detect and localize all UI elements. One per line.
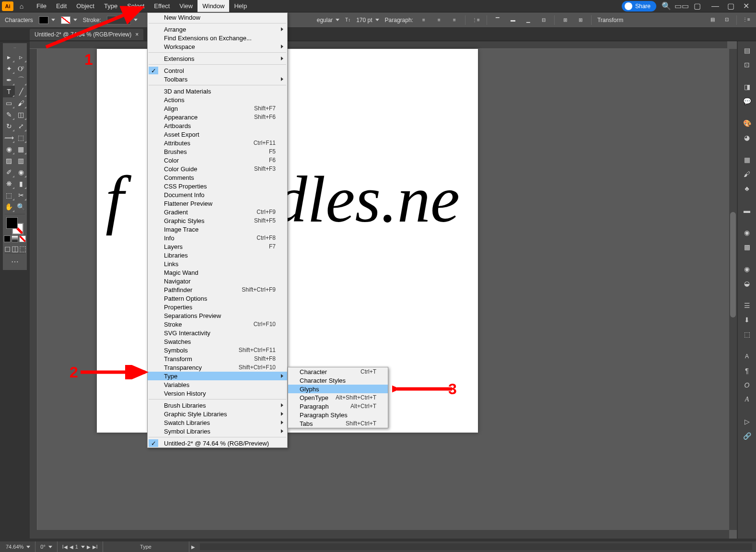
- menu-item-document-info[interactable]: Document Info: [148, 190, 287, 199]
- menu-item-transparency[interactable]: TransparencyShift+Ctrl+F10: [148, 363, 287, 372]
- menu-item-symbols[interactable]: SymbolsShift+Ctrl+F11: [148, 346, 287, 354]
- artboard-tool[interactable]: ⬚: [3, 189, 15, 201]
- menu-item-appearance[interactable]: AppearanceShift+F6: [148, 113, 287, 121]
- menu-item-graphic-styles[interactable]: Graphic StylesShift+F5: [148, 216, 287, 225]
- menu-item-pattern-options[interactable]: Pattern Options: [148, 294, 287, 303]
- menu-item-color-guide[interactable]: Color GuideShift+F3: [148, 164, 287, 173]
- scrollbar-vertical[interactable]: [729, 49, 737, 530]
- menu-item-swatch-libraries[interactable]: Swatch Libraries: [148, 418, 287, 427]
- color-mode-solid[interactable]: [4, 235, 11, 242]
- distribute-h-icon[interactable]: ⊞: [560, 16, 570, 24]
- eraser-tool[interactable]: ◫: [15, 109, 27, 120]
- submenu-item-character[interactable]: CharacterCtrl+T: [288, 367, 388, 376]
- rectangle-tool[interactable]: ▭: [3, 97, 15, 109]
- panel-character[interactable]: A: [740, 350, 754, 363]
- edit-inside-icon[interactable]: ⊡: [722, 15, 732, 24]
- draw-normal[interactable]: ◻: [4, 245, 11, 252]
- submenu-item-tabs[interactable]: TabsShift+Ctrl+T: [288, 419, 388, 428]
- pen-tool[interactable]: ✒: [3, 74, 15, 86]
- panel-glyphs[interactable]: A: [740, 393, 754, 406]
- menu-item-gradient[interactable]: GradientCtrl+F9: [148, 208, 287, 216]
- search-icon[interactable]: 🔍: [661, 1, 672, 12]
- submenu-item-glyphs[interactable]: Glyphs: [288, 385, 388, 393]
- menu-item-info[interactable]: InfoCtrl+F8: [148, 234, 287, 242]
- gradient-tool[interactable]: ▥: [15, 155, 27, 166]
- canvas-text-left[interactable]: f: [105, 161, 124, 237]
- home-icon[interactable]: ⌂: [16, 1, 27, 12]
- menu-help[interactable]: Help: [229, 0, 252, 12]
- menu-item-stroke[interactable]: StrokeCtrl+F10: [148, 320, 287, 329]
- panel-gradient[interactable]: ◉: [740, 226, 754, 239]
- menu-item-actions[interactable]: Actions: [148, 95, 287, 104]
- panel-stroke[interactable]: ▬: [740, 204, 754, 217]
- zoom-tool[interactable]: 🔍: [15, 201, 27, 212]
- panel-comments[interactable]: 💬: [740, 95, 754, 107]
- panel-actions[interactable]: ▷: [740, 415, 754, 428]
- rotate-view[interactable]: 0°: [35, 541, 58, 552]
- align-right-icon[interactable]: ≡: [450, 16, 459, 24]
- submenu-item-opentype[interactable]: OpenTypeAlt+Shift+Ctrl+T: [288, 393, 388, 402]
- panel-opentype[interactable]: O: [740, 379, 754, 391]
- free-transform-tool[interactable]: ⬚: [15, 132, 27, 143]
- distribute-v-icon[interactable]: ⊟: [539, 16, 548, 24]
- menu-window[interactable]: Window: [198, 0, 229, 12]
- menu-item-svg-interactivity[interactable]: SVG Interactivity: [148, 329, 287, 337]
- scrollbar-thumb[interactable]: [730, 212, 736, 317]
- menu-item-brush-libraries[interactable]: Brush Libraries: [148, 401, 287, 410]
- align-bottom-icon[interactable]: ▁: [523, 16, 533, 24]
- fill-stroke-block[interactable]: [6, 217, 23, 235]
- transform-link[interactable]: Transform: [597, 17, 623, 23]
- menu-item-asset-export[interactable]: Asset Export: [148, 130, 287, 139]
- menu-item-arrange[interactable]: Arrange: [148, 25, 287, 34]
- artboard-nav[interactable]: I◀◀ 1 ▶▶I: [58, 541, 103, 552]
- scale-tool[interactable]: ⤢: [15, 120, 27, 132]
- distribute-h2-icon[interactable]: ⊞: [576, 16, 585, 24]
- shaper-tool[interactable]: ✎: [3, 109, 15, 120]
- blend-tool[interactable]: ◉: [15, 166, 27, 178]
- menu-item-properties[interactable]: Properties: [148, 303, 287, 311]
- menu-item-libraries[interactable]: Libraries: [148, 251, 287, 259]
- panel-symbols[interactable]: ♣: [740, 182, 754, 195]
- magic-wand-tool[interactable]: ✦: [3, 63, 15, 74]
- edit-toolbar[interactable]: ⋯: [3, 255, 27, 268]
- submenu-item-character-styles[interactable]: Character Styles: [288, 376, 388, 385]
- menu-item-separations-preview[interactable]: Separations Preview: [148, 311, 287, 320]
- menu-item-control[interactable]: ✓Control: [148, 66, 287, 75]
- perspective-tool[interactable]: ▦: [15, 143, 27, 155]
- panel-swatches[interactable]: ▦: [740, 153, 754, 166]
- menu-item-symbol-libraries[interactable]: Symbol Libraries: [148, 427, 287, 435]
- panel-graphicstyles[interactable]: ◒: [740, 277, 754, 290]
- menu-item-magic-wand[interactable]: Magic Wand: [148, 268, 287, 277]
- type-tool[interactable]: T: [3, 86, 15, 97]
- menu-item-new-window[interactable]: New Window: [148, 13, 287, 22]
- panel-layers[interactable]: ☰: [740, 299, 754, 312]
- menu-item-workspace[interactable]: Workspace: [148, 42, 287, 51]
- paintbrush-tool[interactable]: 🖌: [15, 97, 27, 109]
- settings-icon[interactable]: ⋮≡: [742, 15, 751, 24]
- panel-brushes[interactable]: 🖌: [740, 168, 754, 180]
- align-top-icon[interactable]: ▔: [493, 16, 502, 24]
- panel-paragraph[interactable]: ¶: [740, 364, 754, 377]
- mesh-tool[interactable]: ▨: [3, 155, 15, 166]
- align-center-icon[interactable]: ≡: [434, 16, 444, 24]
- draw-inside[interactable]: ⬚: [19, 245, 26, 252]
- menu-item-layers[interactable]: LayersF7: [148, 242, 287, 251]
- shape-builder-tool[interactable]: ◉: [3, 143, 15, 155]
- menu-item-image-trace[interactable]: Image Trace: [148, 225, 287, 234]
- line-tool[interactable]: ╱: [15, 86, 27, 97]
- menu-item-align[interactable]: AlignShift+F7: [148, 104, 287, 113]
- menu-item-untitled-2-74-64-rgb-preview-[interactable]: ✓Untitled-2* @ 74.64 % (RGB/Preview): [148, 439, 287, 447]
- panel-colorguide[interactable]: ◕: [740, 131, 754, 144]
- status-scroll[interactable]: [200, 543, 752, 550]
- align-left-icon[interactable]: ≡: [419, 16, 429, 24]
- panel-links[interactable]: 🔗: [740, 430, 754, 442]
- menu-item-toolbars[interactable]: Toolbars: [148, 75, 287, 83]
- rotate-tool[interactable]: ↻: [3, 120, 15, 132]
- menu-item-swatches[interactable]: Swatches: [148, 337, 287, 346]
- close-icon[interactable]: ✕: [741, 1, 751, 12]
- menu-effect[interactable]: Effect: [149, 0, 174, 12]
- color-mode-gradient[interactable]: [12, 235, 18, 242]
- panel-grip[interactable]: ∙∙: [3, 45, 27, 51]
- menu-item-brushes[interactable]: BrushesF5: [148, 147, 287, 156]
- panel-expand[interactable]: ◨: [740, 81, 754, 93]
